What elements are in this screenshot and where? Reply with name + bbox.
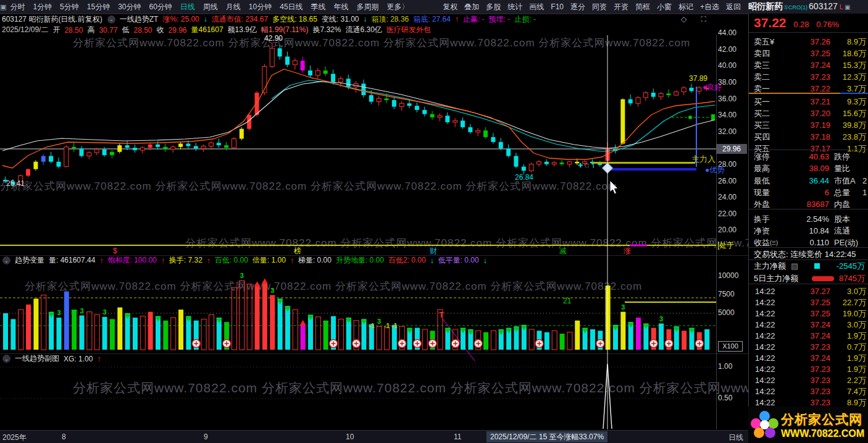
stock-name: 昭衍新药 bbox=[748, 1, 783, 12]
status-segment: ↑ bbox=[455, 15, 459, 23]
volume-unit-box: X100 bbox=[718, 341, 743, 352]
status-segment: ↓ bbox=[364, 15, 367, 23]
collapse-chevron-icon[interactable]: ⌄ bbox=[107, 15, 115, 23]
svg-text:3: 3 bbox=[377, 318, 381, 325]
collapse-chevron-icon[interactable]: ⌄ bbox=[2, 355, 10, 363]
status-segment: 百低: 0.00 bbox=[215, 255, 248, 265]
status-segment: 箱底: 27.64 bbox=[413, 14, 451, 25]
axis-label: 0.50 bbox=[718, 394, 746, 402]
menu-period-更多〉[interactable]: 更多〉 bbox=[387, 2, 409, 12]
menu-tool-画线[interactable]: 画线 bbox=[529, 2, 544, 12]
trade-row: 14:2237.2522.7万 bbox=[749, 297, 868, 308]
svg-text:T: T bbox=[439, 311, 444, 319]
menu-tool-统计[interactable]: 统计 bbox=[507, 2, 522, 12]
x-axis-label: 8 bbox=[62, 432, 66, 441]
watermark: 分析家公式网www.70822.com 分析家公式网www.70822.com … bbox=[73, 36, 690, 50]
svg-text:3: 3 bbox=[659, 315, 663, 323]
menu-period-30分钟[interactable]: 30分钟 bbox=[118, 2, 141, 12]
collapse-chevron-icon[interactable]: ⌄ bbox=[2, 256, 10, 264]
menu-period-15分钟[interactable]: 15分钟 bbox=[87, 2, 110, 12]
x-axis-label: 2025年 bbox=[2, 432, 27, 443]
menu-period-45日线[interactable]: 45日线 bbox=[280, 2, 303, 12]
axis-label: 10000 bbox=[718, 271, 746, 280]
stats-row: 现量6总量1 bbox=[749, 187, 868, 198]
menu-period-周线[interactable]: 周线 bbox=[203, 2, 218, 12]
logo-line1: 分析家公式网 bbox=[781, 411, 864, 428]
watermark: 分析家公式网www.70822.com 分析家公式网www.70822.com … bbox=[73, 379, 824, 397]
stats-row: 换手2.54%股本 bbox=[749, 213, 868, 225]
main-flow-row: 主力净额 ▤ -2545万 bbox=[749, 260, 868, 272]
axis-label: 5000 bbox=[718, 308, 746, 317]
menu-period-季线[interactable]: 季线 bbox=[311, 2, 326, 12]
menu-tool-简框[interactable]: 简框 bbox=[635, 2, 650, 12]
stats-row: 涨停40.63跌停 bbox=[749, 151, 868, 162]
window-icon[interactable]: ▣ bbox=[0, 3, 6, 11]
trade-row: 14:2237.2519.0万 bbox=[749, 308, 868, 319]
last-price-box: 29.96 bbox=[716, 144, 747, 154]
trade-row: 14:2237.237.4万 bbox=[749, 386, 868, 397]
stock-flag: L bbox=[840, 3, 843, 11]
svg-text:T: T bbox=[591, 162, 596, 169]
menu-tool-多股[interactable]: 多股 bbox=[486, 2, 501, 12]
trade-row: 14:2237.230.7万 bbox=[749, 341, 868, 353]
menu-tool-同资[interactable]: 同资 bbox=[592, 2, 607, 12]
queue-row: 买一37.219.3万 bbox=[749, 96, 868, 108]
list-icon[interactable]: ▤ bbox=[791, 260, 798, 272]
queue-divider bbox=[749, 93, 840, 94]
indicator-status-bar: 603127 昭衍新药(日线.前复权)⌄一线趋势ZT涨%: 25.00↓流通市值… bbox=[0, 14, 748, 25]
menu-period-月线[interactable]: 月线 bbox=[226, 2, 241, 12]
axis-label: 36.00 bbox=[718, 95, 746, 103]
menu-period-多周期[interactable]: 多周期 bbox=[357, 2, 379, 12]
x-axis-label: 11 bbox=[454, 432, 461, 441]
quote-panel: 37.22 0.28 0.76% 卖五¥37.268.9万卖四37.2518.6… bbox=[748, 14, 868, 443]
volume-indicator-bar: ⌄趋势变量量: 461607.44↑饱和度: 100.00↑换手: 7.32↑百… bbox=[0, 255, 748, 265]
axis-label: 38.00 bbox=[718, 78, 746, 86]
menu-tool-逐分[interactable]: 逐分 bbox=[570, 2, 585, 12]
status-segment: 换7.32% bbox=[312, 25, 341, 35]
menu-tool-F10[interactable]: F10 bbox=[551, 2, 564, 11]
axis-label: 28.00 bbox=[718, 160, 746, 169]
menu-period-5分钟[interactable]: 5分钟 bbox=[60, 2, 79, 12]
svg-text:3: 3 bbox=[621, 303, 625, 311]
axis-label: 1.00 bbox=[718, 362, 746, 371]
svg-text:□: □ bbox=[585, 162, 589, 169]
layout-icon[interactable]: ▣ bbox=[845, 4, 850, 11]
queue-row: 买二37.2015.6万 bbox=[749, 108, 868, 119]
x-axis-label: 9 bbox=[204, 432, 208, 441]
menu-period-60分钟[interactable]: 60分钟 bbox=[149, 2, 172, 12]
menu-tool-叠加[interactable]: 叠加 bbox=[464, 2, 479, 12]
menu-tool-小窗[interactable]: 小窗 bbox=[657, 2, 672, 12]
status-segment: 低 bbox=[122, 25, 129, 35]
candlestick-chart[interactable]: $榜财减涨33333-13-1-1T332142.9025.4126.8437.… bbox=[0, 0, 748, 430]
axis-label: 44.00 bbox=[718, 28, 746, 37]
info-bar-icons[interactable]: ◇ ⛶ bbox=[681, 15, 712, 23]
axis-label: 40.00 bbox=[718, 61, 746, 70]
trade-row: 14:2237.232.2万 bbox=[749, 374, 868, 386]
trade-row: 14:2237.243.0万 bbox=[749, 319, 868, 331]
queue-row: 卖五¥37.268.9万 bbox=[749, 36, 868, 48]
status-segment: ↑ bbox=[99, 256, 103, 265]
legend-square bbox=[814, 263, 820, 269]
svg-text:3: 3 bbox=[240, 272, 244, 279]
axis-label: 24.00 bbox=[718, 193, 746, 201]
axis-label: 22.00 bbox=[718, 209, 746, 218]
menu-tool-标记[interactable]: 标记 bbox=[678, 2, 693, 12]
period-label: 日线 bbox=[728, 432, 743, 443]
status-segment: 高 bbox=[87, 25, 94, 35]
menu-period-10分钟[interactable]: 10分钟 bbox=[249, 2, 272, 12]
axis-label: 32.00 bbox=[718, 127, 746, 136]
menu-tool-+自选[interactable]: +自选 bbox=[700, 2, 719, 12]
svg-text:✚: ✚ bbox=[578, 162, 583, 169]
axis-divider bbox=[716, 35, 717, 429]
menu-period-1分钟[interactable]: 1分钟 bbox=[33, 2, 52, 12]
menu-tool-复权[interactable]: 复权 bbox=[443, 2, 457, 12]
menu-tool-开资[interactable]: 开资 bbox=[614, 2, 628, 12]
trade-row: 14:2237.273.0万 bbox=[749, 285, 868, 297]
menu-period-分时[interactable]: 分时 bbox=[10, 2, 25, 12]
status-segment: 量: 461607.44 bbox=[49, 255, 95, 265]
menu-period-年线[interactable]: 年线 bbox=[334, 2, 349, 12]
status-segment: 收 bbox=[157, 25, 164, 35]
menu-period-日线[interactable]: 日线 bbox=[180, 2, 195, 12]
svg-text:37.89: 37.89 bbox=[689, 74, 707, 83]
menu-tool-返回[interactable]: 返回 bbox=[726, 2, 741, 12]
